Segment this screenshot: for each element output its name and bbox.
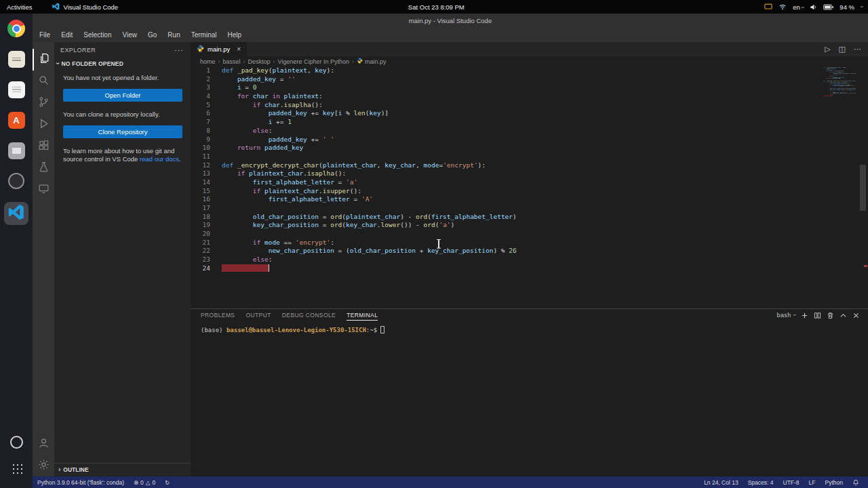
split-terminal-icon[interactable] xyxy=(814,312,821,319)
breadcrumb-file[interactable]: main.py xyxy=(357,58,387,65)
line-number[interactable]: 16 xyxy=(191,195,210,204)
line-number[interactable]: 2 xyxy=(191,75,210,84)
notifications-bell-icon[interactable] xyxy=(848,479,864,486)
terminal[interactable]: (base) bassel@bassel-Lenovo-Legion-Y530-… xyxy=(191,321,868,333)
line-number[interactable]: 9 xyxy=(191,136,210,144)
code-line[interactable]: 15 if plaintext_char.isupper(): xyxy=(191,187,868,196)
kill-terminal-trash-icon[interactable] xyxy=(827,312,834,319)
code-line[interactable]: 4 for char in plaintext: xyxy=(191,92,868,101)
menu-selection[interactable]: Selection xyxy=(78,27,117,42)
dock-item-round-app[interactable] xyxy=(6,432,26,451)
activity-run-debug[interactable] xyxy=(33,114,54,136)
encoding-indicator[interactable]: UTF-8 xyxy=(778,479,804,486)
new-terminal-icon[interactable] xyxy=(801,312,808,319)
code-line[interactable]: 20 xyxy=(191,230,868,239)
code-line[interactable]: 23 else: xyxy=(191,256,868,264)
activity-remote-explorer[interactable] xyxy=(33,179,54,201)
dock-item-dark-circle-app[interactable] xyxy=(6,171,26,190)
code-line[interactable]: 21 if mode == 'encrypt': xyxy=(191,239,868,247)
menu-go[interactable]: Go xyxy=(142,27,162,42)
outline-section-header[interactable]: › OUTLINE xyxy=(54,463,191,475)
line-number[interactable]: 8 xyxy=(191,127,210,136)
menu-run[interactable]: Run xyxy=(162,27,185,42)
tab-terminal[interactable]: TERMINAL xyxy=(347,310,378,321)
menu-help[interactable]: Help xyxy=(222,27,248,42)
maximize-panel-icon[interactable] xyxy=(840,312,847,319)
code-line[interactable]: 13 if plaintext_char.isaplha(): xyxy=(191,169,868,178)
line-number[interactable]: 22 xyxy=(191,247,210,256)
code-line[interactable]: 19 key_char_position = ord(key_char.lowe… xyxy=(191,221,868,230)
account-button[interactable] xyxy=(33,433,54,455)
language-mode-indicator[interactable]: Python xyxy=(821,479,848,486)
line-number[interactable]: 21 xyxy=(191,239,210,247)
dock-item-files[interactable] xyxy=(6,49,26,68)
activity-search[interactable] xyxy=(33,70,54,92)
focused-app-menu[interactable]: Visual Studio Code xyxy=(52,3,118,12)
split-editor-icon[interactable]: ◫ xyxy=(839,45,846,54)
line-number[interactable]: 3 xyxy=(191,83,210,92)
clock[interactable]: Sat Oct 23 8:09 PM xyxy=(408,0,465,14)
volume-icon[interactable] xyxy=(810,3,817,11)
line-number[interactable]: 4 xyxy=(191,92,210,101)
indentation-indicator[interactable]: Spaces: 4 xyxy=(743,479,778,486)
open-folder-button[interactable]: Open Folder xyxy=(63,89,182,102)
keyboard-layout-indicator[interactable]: en › xyxy=(793,3,804,11)
dock-item-vscode[interactable] xyxy=(4,202,28,225)
line-number[interactable]: 23 xyxy=(191,256,210,264)
run-file-button[interactable]: ▷ xyxy=(825,45,830,54)
breadcrumb-desktop[interactable]: Desktop xyxy=(248,58,271,65)
window-title-bar[interactable]: main.py - Visual Studio Code xyxy=(33,14,868,27)
show-applications-button[interactable] xyxy=(6,458,26,477)
line-number[interactable]: 20 xyxy=(191,230,210,239)
line-number[interactable]: 5 xyxy=(191,101,210,110)
activity-source-control[interactable] xyxy=(33,92,54,114)
line-number[interactable]: 11 xyxy=(191,152,210,161)
problems-indicator[interactable]: ⊗0△0 xyxy=(129,476,160,488)
code-line[interactable]: 22 new_char_position = (old_char_positio… xyxy=(191,247,868,256)
line-number[interactable]: 17 xyxy=(191,204,210,213)
line-number[interactable]: 15 xyxy=(191,187,210,196)
activities-button[interactable]: Activities xyxy=(7,3,32,11)
code-line[interactable]: 17 xyxy=(191,204,868,213)
code-line[interactable]: 5 if char.isaplha(): xyxy=(191,101,868,110)
read-docs-link[interactable]: read our docs xyxy=(140,155,179,163)
tab-debug-console[interactable]: DEBUG CONSOLE xyxy=(282,310,336,321)
activity-testing[interactable] xyxy=(33,157,54,179)
battery-icon[interactable] xyxy=(823,4,833,10)
sync-icon[interactable]: ↻ xyxy=(160,476,174,488)
line-number[interactable]: 24 xyxy=(191,264,210,273)
code-line[interactable]: 6 padded_key += key[i % len(key)] xyxy=(191,109,868,118)
tab-output[interactable]: OUTPUT xyxy=(245,310,271,321)
dock-item-grey-app[interactable] xyxy=(6,141,26,160)
line-number[interactable]: 19 xyxy=(191,221,210,230)
tab-problems[interactable]: PROBLEMS xyxy=(201,310,235,321)
menu-view[interactable]: View xyxy=(117,27,143,42)
eol-indicator[interactable]: LF xyxy=(804,479,821,486)
code-line[interactable]: 24 xyxy=(191,264,868,273)
more-actions-icon[interactable]: ··· xyxy=(174,46,184,54)
line-number[interactable]: 1 xyxy=(191,66,210,75)
screen-share-icon[interactable] xyxy=(764,3,772,10)
code-line[interactable]: 18 old_char_position = ord(plaintext_cha… xyxy=(191,213,868,222)
tab-main-py[interactable]: main.py × xyxy=(191,42,247,56)
close-panel-icon[interactable] xyxy=(852,312,860,319)
system-menu-chevron-icon[interactable]: › xyxy=(859,6,865,8)
line-number[interactable]: 7 xyxy=(191,118,210,127)
menu-file[interactable]: File xyxy=(34,27,56,42)
code-line[interactable]: 7 i += 1 xyxy=(191,118,868,127)
line-number[interactable]: 18 xyxy=(191,213,210,222)
code-line[interactable]: 1def _pad_key(plaintext, key): xyxy=(191,66,868,75)
cursor-position-indicator[interactable]: Ln 24, Col 13 xyxy=(699,479,743,486)
scrollbar-thumb[interactable] xyxy=(860,165,866,211)
line-number[interactable]: 10 xyxy=(191,144,210,152)
code-line[interactable]: 16 first_alphabet_letter = 'A' xyxy=(191,195,868,204)
code-line[interactable]: 11 xyxy=(191,152,868,161)
code-line[interactable]: 8 else: xyxy=(191,127,868,136)
code-line[interactable]: 10 return padded_key xyxy=(191,144,868,152)
code-line[interactable]: 12def _encrypt_decrypt_char(plaintext_ch… xyxy=(191,161,868,170)
line-number[interactable]: 12 xyxy=(191,161,210,170)
code-line[interactable]: 3 i = 0 xyxy=(191,83,868,92)
menu-edit[interactable]: Edit xyxy=(56,27,78,42)
terminal-shell-select[interactable]: bash › xyxy=(777,312,795,319)
line-number[interactable]: 6 xyxy=(191,109,210,118)
